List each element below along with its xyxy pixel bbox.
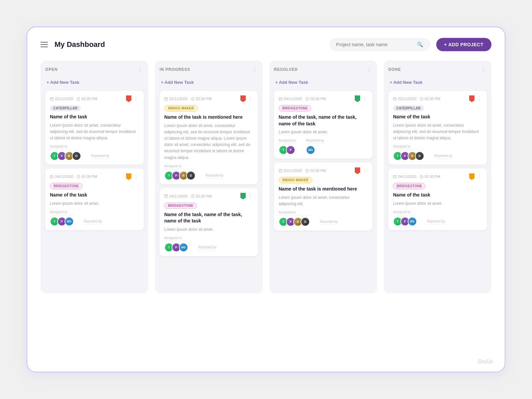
hamburger-icon[interactable]	[41, 42, 48, 47]
calendar-icon	[164, 97, 168, 101]
avatar: MS	[65, 217, 74, 226]
card-top: 24/11/2020 02:30 PM ⋮	[50, 173, 139, 180]
reported-label: Reported by	[434, 154, 452, 159]
card-menu[interactable]: ⋮	[133, 174, 139, 180]
card-date: 24/11/2020	[279, 97, 302, 101]
assigned-group: Assigned to TPBD	[279, 210, 310, 226]
assigned-group: Assigned to TPBD	[164, 164, 196, 180]
task-card: 24/11/2020 02:30 PM ⋮ BRIDGESTONE Name o…	[274, 91, 372, 159]
card-title: Name of the task is mentioned here	[279, 186, 368, 193]
search-icon: 🔍	[417, 42, 423, 48]
column-header: OPEN ⋮	[45, 66, 144, 73]
card-menu[interactable]: ⋮	[248, 193, 253, 199]
card-menu[interactable]: ⋮	[362, 96, 368, 102]
column-title: IN PROGRESS	[160, 67, 190, 72]
priority-flag	[469, 95, 474, 102]
add-task-button[interactable]: + Add New Task	[45, 78, 81, 87]
add-task-button[interactable]: + Add New Task	[274, 78, 310, 87]
svg-rect-28	[279, 97, 282, 100]
column-title: DONE	[388, 67, 401, 72]
column-header: DONE ⋮	[388, 66, 487, 73]
card-desc: Lorem ipsum dolor sit amet.	[279, 129, 368, 135]
avatar: D	[72, 151, 81, 161]
card-title: Name of the task	[50, 192, 139, 199]
card-assignees: Assigned to TPBD Reported by	[50, 145, 139, 161]
column-menu-icon[interactable]: ⋮	[252, 66, 258, 73]
clock-icon	[305, 97, 309, 101]
card-tag: CATERPILLAR	[50, 105, 81, 111]
avatar: D	[186, 171, 196, 180]
calendar-icon	[164, 194, 168, 198]
card-date: 24/11/2020	[164, 194, 188, 198]
card-top: 22/11/2020 02:30 PM ⋮	[50, 95, 139, 102]
reported-label: Reported by	[427, 219, 445, 224]
card-time: 02:30 PM	[420, 97, 440, 101]
card-flags: ⋮	[355, 167, 368, 174]
assigned-group: Assigned to TPMS	[164, 236, 188, 252]
reported-avatars: MS	[306, 145, 324, 155]
card-tag: BRIDGESTONE	[393, 183, 426, 189]
card-flags: ⋮	[240, 95, 253, 102]
card-meta: 24/11/2020 02:30 PM	[279, 97, 326, 101]
priority-flag	[126, 173, 131, 180]
card-date: 24/11/2020	[50, 175, 73, 179]
column-menu-icon[interactable]: ⋮	[480, 66, 487, 73]
add-task-button[interactable]: + Add New Task	[388, 78, 424, 87]
svg-rect-42	[393, 97, 396, 100]
card-date: 24/11/2020	[393, 175, 416, 179]
assigned-label: Assigned to	[50, 145, 81, 150]
reported-label: Reported by	[320, 220, 338, 225]
assigned-avatars: TPMS	[164, 243, 188, 252]
card-date: 22/11/2020	[164, 97, 188, 101]
calendar-icon	[279, 169, 282, 173]
task-card: 24/11/2020 02:30 PM ⋮ BRIDGESTONE Name o…	[388, 169, 487, 230]
card-desc: Lorem ipsum dolor sit amet.	[164, 226, 253, 233]
avatar: MS	[408, 217, 417, 226]
card-time: 02:30 PM	[420, 175, 440, 179]
assigned-label: Assigned to	[279, 139, 296, 144]
card-assignees: Assigned to TPBD Reported by	[393, 145, 482, 161]
column-title: RESOLVED	[274, 67, 298, 72]
assigned-group: Assigned to TPBD	[393, 145, 424, 161]
card-menu[interactable]: ⋮	[476, 174, 482, 180]
column-menu-icon[interactable]: ⋮	[137, 66, 144, 73]
svg-rect-0	[50, 97, 53, 100]
clock-icon	[76, 175, 80, 179]
card-title: Name of the task, name of the task, name…	[279, 114, 368, 127]
clock-icon	[420, 175, 423, 179]
assigned-avatars: TP	[279, 145, 296, 155]
clock-icon	[191, 97, 195, 101]
card-meta: 24/11/2020 02:30 PM	[50, 175, 97, 179]
assigned-avatars: TPBD	[164, 171, 196, 180]
card-tag: BRIDGESTONE	[279, 105, 311, 111]
reported-group: Reported by	[198, 245, 216, 252]
card-top: 24/11/2020 02:30 PM ⋮	[279, 95, 368, 102]
card-flags: ⋮	[126, 95, 139, 102]
card-tag: BRIDGESTONE	[164, 202, 197, 209]
svg-rect-14	[165, 97, 168, 100]
priority-flag	[355, 95, 360, 102]
task-card: 22/11/2020 02:30 PM ⋮ CATERPILLAR Name o…	[388, 91, 487, 165]
clock-icon	[305, 169, 309, 173]
card-menu[interactable]: ⋮	[476, 96, 482, 102]
card-menu[interactable]: ⋮	[133, 96, 139, 102]
card-flags: ⋮	[469, 95, 482, 102]
assigned-group: Assigned to TPBD	[50, 145, 81, 161]
reported-group: Reported by	[434, 154, 452, 161]
search-input[interactable]	[336, 42, 414, 47]
add-project-button[interactable]: + ADD PROJECT	[436, 38, 491, 51]
priority-flag	[240, 193, 246, 200]
card-menu[interactable]: ⋮	[362, 168, 368, 174]
reported-group: Reported by MS	[306, 139, 324, 155]
add-task-button[interactable]: + Add New Task	[160, 78, 195, 87]
kanban-board: OPEN ⋮ + Add New Task 22/11/2020 02:30 P…	[41, 61, 491, 293]
column-menu-icon[interactable]: ⋮	[366, 66, 372, 73]
card-meta: 24/11/2020 02:30 PM	[164, 194, 211, 198]
avatar: D	[301, 217, 310, 226]
card-assignees: Assigned to TP Reported by MS	[279, 139, 368, 155]
card-menu[interactable]: ⋮	[248, 96, 253, 102]
card-top: 22/11/2020 02:30 PM ⋮	[279, 167, 368, 174]
assigned-avatars: TPBD	[393, 151, 424, 161]
card-time: 02:30 PM	[191, 194, 211, 198]
search-bar: 🔍	[330, 39, 430, 51]
